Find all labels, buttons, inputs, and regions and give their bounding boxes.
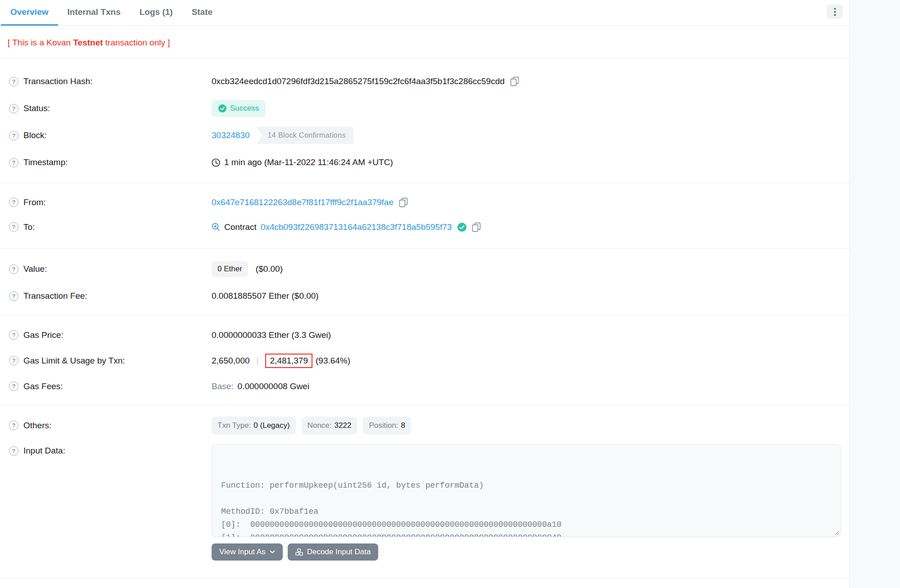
transaction-detail-card: Overview Internal Txns Logs (1) State [ … — [0, 0, 850, 588]
tab-logs[interactable]: Logs (1) — [130, 0, 182, 26]
transaction-hash-value: 0xcb324eedcd1d07296fdf3d215a2865275f159c… — [212, 76, 505, 86]
transaction-hash-row: Transaction Hash: 0xcb324eedcd1d07296fdf… — [0, 68, 849, 95]
block-confirmations-badge: 14 Block Confirmations — [256, 127, 353, 144]
gas-price-value: 0.0000000033 Ether (3.3 Gwei) — [212, 330, 331, 340]
gas-limit-usage-label: Gas Limit & Usage by Txn: — [23, 356, 125, 366]
help-icon — [9, 292, 18, 301]
help-icon — [9, 222, 18, 232]
contract-prefix: Contract — [224, 222, 257, 232]
base-fee-label: Base: — [212, 382, 234, 391]
copy-icon — [510, 76, 519, 86]
copy-to-address-button[interactable] — [472, 222, 481, 232]
resize-grip-icon[interactable] — [834, 530, 839, 535]
position-badge: Position: 8 — [363, 417, 411, 435]
status-badge: Success — [212, 100, 266, 117]
gas-used-value-highlighted: 2,481,379 — [265, 354, 312, 368]
decode-input-data-button[interactable]: Decode Input Data — [288, 543, 379, 561]
check-circle-icon — [218, 104, 226, 112]
vertical-ellipsis-icon — [834, 8, 836, 16]
block-label: Block: — [23, 130, 47, 140]
gas-fees-label: Gas Fees: — [23, 382, 63, 391]
input-data-label: Input Data: — [23, 446, 65, 456]
help-icon — [9, 356, 18, 365]
more-options-button[interactable] — [827, 4, 843, 19]
help-icon — [9, 158, 18, 167]
from-row: From: 0x647e7168122263d8e7f81f17fff9c2f1… — [0, 190, 849, 215]
gas-limit-value: 2,650,000 — [212, 356, 250, 366]
gas-price-row: Gas Price: 0.0000000033 Ether (3.3 Gwei) — [0, 322, 849, 348]
base-fee-value: 0.000000008 Gwei — [238, 382, 310, 391]
value-usd: ($0.00) — [256, 264, 283, 274]
status-row: Status: Success — [0, 95, 849, 122]
help-icon — [9, 421, 18, 430]
input-data-text: Function: performUpkeep(uint256 id, byte… — [221, 479, 832, 537]
copy-hash-button[interactable] — [510, 76, 519, 86]
clock-icon — [212, 158, 220, 167]
nonce-badge: Nonce: 3222 — [302, 417, 357, 435]
timestamp-value: 1 min ago (Mar-11-2022 11:46:24 AM +UTC) — [224, 157, 393, 167]
transaction-fee-row: Transaction Fee: 0.0081885507 Ether ($0.… — [0, 283, 849, 310]
chevron-down-icon — [270, 550, 275, 554]
to-contract-address-link[interactable]: 0x4cb093f226983713164a62138c3f718a5b595f… — [261, 222, 452, 232]
value-label: Value: — [23, 264, 47, 274]
separator: | — [257, 356, 259, 366]
help-icon — [9, 382, 18, 391]
to-row: To: Contract 0x4cb093f226983713164a62138… — [0, 215, 849, 239]
cubes-icon — [295, 548, 303, 556]
gas-price-label: Gas Price: — [23, 330, 63, 340]
timestamp-row: Timestamp: 1 min ago (Mar-11-2022 11:46:… — [0, 149, 849, 176]
tab-state[interactable]: State — [182, 0, 222, 26]
tab-internal-txns[interactable]: Internal Txns — [58, 0, 130, 26]
timestamp-label: Timestamp: — [23, 157, 68, 167]
transaction-fee-label: Transaction Fee: — [23, 291, 87, 301]
view-input-as-button[interactable]: View Input As — [212, 543, 283, 561]
others-label: Others: — [23, 421, 51, 431]
help-icon — [9, 104, 18, 113]
value-row: Value: 0 Ether ($0.00) — [0, 256, 849, 283]
block-number-link[interactable]: 30324830 — [212, 130, 250, 140]
gas-limit-usage-row: Gas Limit & Usage by Txn: 2,650,000 | 2,… — [0, 348, 849, 373]
input-data-box[interactable]: Function: performUpkeep(uint256 id, byte… — [212, 444, 841, 537]
gas-fees-row: Gas Fees: Base: 0.000000008 Gwei — [0, 373, 849, 399]
help-icon — [9, 131, 18, 140]
copy-from-address-button[interactable] — [399, 197, 408, 207]
gas-used-percent: (93.64%) — [316, 356, 350, 366]
help-icon — [9, 330, 18, 340]
copy-icon — [472, 222, 481, 232]
transaction-fee-value: 0.0081885507 Ether ($0.00) — [212, 291, 319, 301]
txn-type-badge: Txn Type: 0 (Legacy) — [212, 417, 296, 435]
others-row: Others: Txn Type: 0 (Legacy) Nonce: 3222… — [0, 413, 849, 438]
ether-amount-badge: 0 Ether — [212, 261, 248, 277]
from-address-link[interactable]: 0x647e7168122263d8e7f81f17fff9c2f1aa379f… — [212, 197, 393, 207]
help-icon — [9, 446, 18, 456]
help-icon — [9, 197, 18, 207]
status-label: Status: — [23, 103, 50, 113]
block-row: Block: 30324830 14 Block Confirmations — [0, 122, 849, 149]
help-icon — [9, 77, 18, 86]
verified-check-icon — [457, 223, 466, 232]
to-label: To: — [23, 222, 35, 232]
tab-overview[interactable]: Overview — [1, 0, 58, 26]
copy-icon — [399, 197, 408, 207]
divider — [0, 578, 849, 579]
help-icon — [9, 265, 18, 274]
from-label: From: — [23, 197, 46, 207]
testnet-notice: [ This is a Kovan Testnet transaction on… — [8, 38, 849, 48]
tab-bar: Overview Internal Txns Logs (1) State — [0, 0, 849, 26]
zoom-in-icon — [212, 223, 220, 231]
transaction-hash-label: Transaction Hash: — [23, 76, 92, 86]
input-data-row: Input Data: Function: performUpkeep(uint… — [0, 444, 849, 561]
